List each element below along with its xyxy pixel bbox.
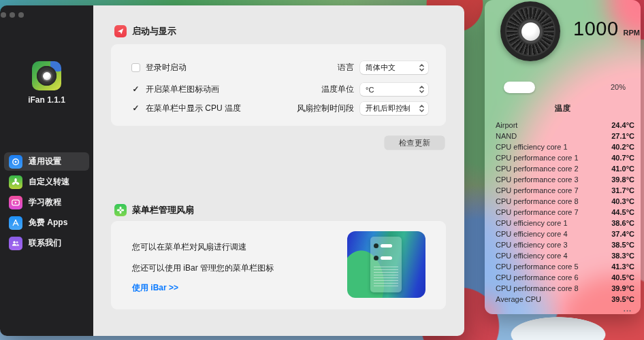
chevron-up-down-icon (418, 85, 425, 94)
paper-plane-icon (114, 25, 127, 37)
launch-at-login-row[interactable]: 登录时启动 (131, 62, 187, 73)
language-select[interactable]: 简体中文 (360, 61, 428, 74)
sensor-value: 41.3°C (611, 262, 634, 271)
sensor-name: CPU performance core 3 (496, 175, 579, 184)
sidebar-nav: 通用设置 自定义转速 学习教程 (4, 152, 89, 252)
window-controls (1, 12, 24, 18)
select-value: 开机后即控制 (366, 103, 410, 114)
checkbox[interactable] (131, 104, 140, 113)
preview-fan-icon (374, 243, 379, 248)
sidebar-item-free-apps[interactable]: 免费 Apps (4, 214, 89, 232)
select-value: °C (366, 86, 374, 94)
menubar-animation-row[interactable]: 开启菜单栏图标动画 (131, 84, 219, 95)
temperature-row: CPU performance core 3 39.8°C (485, 174, 641, 185)
ifan-settings-window: iFan 1.1.1 通用设置 自定义转速 (0, 5, 464, 336)
rpm-value: 1000 (573, 18, 619, 40)
language-row: 语言 简体中文 (338, 61, 428, 74)
temp-unit-select[interactable]: °C (360, 83, 428, 96)
sensor-value: 27.1°C (611, 132, 634, 140)
sensor-name: CPU efficiency core 3 (496, 241, 568, 249)
sensor-value: 39.8°C (611, 175, 634, 184)
temperature-row: Airport 24.4°C (485, 120, 641, 131)
sensor-name: CPU efficiency core 1 (496, 143, 568, 151)
sidebar-item-label: 免费 Apps (29, 217, 67, 228)
info-text: 您还可以使用 iBar 管理您的菜单栏图标 (132, 262, 274, 274)
more-menu-button[interactable]: ... (624, 307, 632, 311)
sensor-name: CPU performance core 8 (496, 284, 579, 292)
preview-slider (381, 256, 392, 260)
sensor-value: 39.9°C (611, 284, 634, 292)
temperature-title: 温度 (485, 103, 641, 114)
select-value: 简体中文 (366, 63, 396, 73)
temperature-row: CPU efficiency core 4 37.4°C (485, 228, 641, 239)
desktop: iFan 1.1.1 通用设置 自定义转速 (0, 0, 644, 340)
video-tutorial-icon (9, 196, 22, 209)
sensor-value: 38.5°C (611, 241, 634, 249)
fan-control-period-row: 风扇控制时间段 开机后即控制 (297, 102, 428, 115)
temperature-row: CPU performance core 7 44.5°C (485, 207, 641, 218)
fan-icon (9, 175, 22, 189)
fan-speed-slider[interactable] (504, 82, 535, 93)
fan-status-panel: 1000 RPM 20% 温度 Airport 24.4°C NAND 27.1… (485, 0, 641, 314)
app-icon-fan (37, 66, 57, 86)
app-icon-fan-hub (43, 72, 51, 80)
section-startup-display: 启动与显示 (114, 25, 176, 37)
sensor-value: 41.0°C (611, 165, 634, 173)
gear-shutter-icon (9, 155, 22, 169)
dropdown-label: 温度单位 (321, 84, 354, 95)
checkbox-label: 开启菜单栏图标动画 (146, 84, 219, 95)
ibar-link[interactable]: 使用 iBar >> (132, 282, 178, 294)
app-icon (32, 61, 61, 90)
sensor-name: Airport (496, 121, 517, 129)
sensor-value: 40.7°C (611, 154, 634, 162)
app-version-label: iFan 1.1.1 (0, 95, 93, 105)
check-update-button[interactable]: 检查更新 (385, 136, 445, 150)
sensor-name: CPU efficiency core 1 (496, 219, 568, 227)
checkbox-label: 登录时启动 (146, 62, 187, 73)
sidebar-item-label: 通用设置 (29, 156, 61, 167)
sensor-value: 40.2°C (611, 143, 634, 151)
sensor-name: CPU performance core 6 (496, 273, 579, 282)
sensor-name: NAND (496, 132, 517, 140)
close-button[interactable] (1, 12, 6, 18)
sensor-name: CPU efficiency core 4 (496, 230, 568, 238)
dropdown-label: 语言 (338, 62, 354, 73)
rpm-readout: 1000 RPM (573, 18, 640, 40)
preview-panel (370, 237, 402, 292)
checkbox[interactable] (131, 85, 140, 94)
sidebar-item-general-settings[interactable]: 通用设置 (4, 152, 89, 171)
sensor-name: CPU efficiency core 4 (496, 252, 568, 260)
checkbox[interactable] (131, 63, 140, 72)
temperature-row: NAND 27.1°C (485, 131, 641, 141)
preview-fan-row (374, 256, 392, 260)
show-cpu-temp-row[interactable]: 在菜单栏中显示 CPU 温度 (131, 103, 241, 114)
appstore-icon (9, 216, 22, 230)
startup-display-card: 登录时启动 开启菜单栏图标动画 在菜单栏中显示 CPU 温度 语言 简体中文 (111, 44, 446, 126)
sensor-name: CPU performance core 7 (496, 186, 579, 194)
people-icon (9, 237, 22, 250)
preview-fan-row (374, 243, 392, 248)
settings-content: 启动与显示 登录时启动 开启菜单栏图标动画 在菜单栏中显示 CPU 温度 语言 (93, 5, 464, 336)
minimize-button[interactable] (10, 12, 15, 18)
section-menubar-fan: 菜单栏管理风扇 (114, 204, 194, 216)
dropdown-label: 风扇控制时间段 (297, 103, 354, 114)
temperature-row: CPU efficiency core 1 38.6°C (485, 218, 641, 228)
sensor-name: CPU performance core 8 (496, 197, 579, 205)
sidebar: iFan 1.1.1 通用设置 自定义转速 (0, 5, 93, 336)
temperature-row: CPU efficiency core 1 40.2°C (485, 141, 641, 152)
sidebar-item-custom-speed[interactable]: 自定义转速 (4, 173, 89, 191)
menubar-preview-image (347, 231, 425, 298)
sensor-name: CPU performance core 7 (496, 208, 579, 216)
fan-icon (114, 204, 127, 216)
fan-control-period-select[interactable]: 开机后即控制 (360, 102, 428, 115)
sensor-value: 31.7°C (611, 186, 634, 194)
zoom-button[interactable] (18, 12, 24, 18)
sidebar-item-contact-us[interactable]: 联系我们 (4, 234, 89, 252)
temperature-list: Airport 24.4°C NAND 27.1°C CPU efficienc… (485, 120, 641, 305)
temperature-row: CPU efficiency core 3 38.5°C (485, 239, 641, 250)
temperature-row: CPU performance core 7 31.7°C (485, 185, 641, 196)
sensor-value: 37.4°C (611, 230, 634, 238)
temp-unit-row: 温度单位 °C (321, 83, 428, 96)
sidebar-item-tutorial[interactable]: 学习教程 (4, 193, 89, 211)
sensor-value: 40.3°C (611, 197, 634, 205)
